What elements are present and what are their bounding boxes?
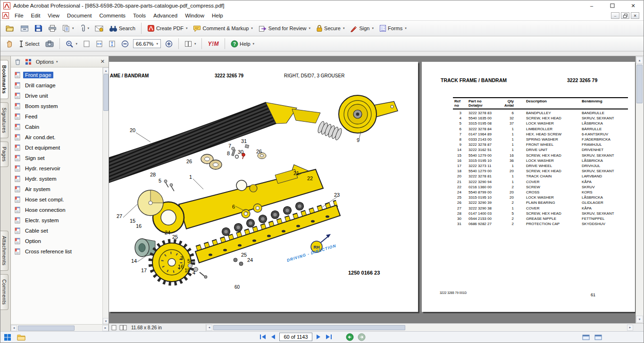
menu-tools[interactable]: Tools [129,12,150,19]
tab-pages[interactable]: Pages [0,142,8,167]
scroll-left-icon[interactable]: ◄ [11,325,17,331]
menu-document[interactable]: Document [63,12,95,19]
previous-page-icon[interactable] [270,334,276,340]
bookmark-item[interactable]: Cross reference list [14,246,109,257]
bookmark-item[interactable]: Feed [14,111,109,122]
bookmarks-horizontal-scrollbar[interactable]: ◄ ► [11,324,109,331]
bookmark-item[interactable]: Hydr. reservoir [14,163,109,174]
zoom-level-combo[interactable]: 66.67%▾ [133,39,161,48]
copy-pages-button[interactable]: ▾ [60,23,76,33]
maximize-icon[interactable] [602,0,623,11]
messenger-button[interactable]: Y!M [205,39,221,49]
search-button[interactable]: Search [107,24,138,33]
scroll-right-icon[interactable]: ► [102,325,109,331]
page-number-input[interactable] [279,333,312,341]
bookmark-item[interactable]: Drill carriage [14,80,109,91]
doc-minimize-icon[interactable]: – [611,12,619,19]
scroll-left-icon[interactable]: ◄ [206,325,212,331]
options-menu-button[interactable]: Options▾ [36,59,58,65]
comment-markup-button[interactable]: Comment & Markup▾ [191,24,255,33]
two-page-icon[interactable] [119,325,127,331]
snapshot-button[interactable] [43,39,56,49]
bookmark-item[interactable]: Hose set compl. [14,194,109,205]
scrollbar-thumb[interactable] [213,325,405,330]
bookmark-item[interactable]: Front page [14,70,109,80]
open-button[interactable] [3,23,17,33]
first-page-icon[interactable] [259,334,267,340]
zoom-out-button[interactable] [119,39,131,49]
taskbar-window-icon[interactable] [582,334,590,341]
tab-bookmarks[interactable]: Bookmarks [0,60,8,99]
page-layout-button[interactable]: ▾ [182,39,199,49]
tab-signatures[interactable]: Signatures [0,102,8,138]
bookmark-item[interactable]: Hose connection [14,205,109,215]
scroll-right-icon[interactable]: ► [627,325,633,331]
save-button[interactable] [32,23,45,33]
help-button[interactable]: ?Help▾ [228,39,257,49]
menu-comments[interactable]: Comments [96,12,130,19]
menu-edit[interactable]: Edit [27,12,44,19]
windows-start-icon[interactable] [4,334,11,341]
bookmark-item[interactable]: Sign set [14,153,109,163]
bookmark-item[interactable]: Boom system [14,101,109,111]
scroll-down-icon[interactable]: ▼ [636,316,643,323]
print-button[interactable] [46,23,59,33]
hand-tool-button[interactable] [3,38,16,49]
delete-bookmark-button[interactable] [15,59,21,65]
next-view-icon[interactable] [358,333,366,341]
doc-close-icon[interactable]: ✕ [631,12,639,19]
document-vertical-scrollbar[interactable]: ▲ ▼ [636,56,644,323]
tab-attachments[interactable]: Attachments [0,231,8,271]
next-page-icon[interactable] [315,334,322,340]
file-explorer-icon[interactable] [17,334,25,341]
bookmark-item[interactable]: Drive unit [14,91,109,101]
document-horizontal-scrollbar[interactable]: ◄ ► [206,324,633,331]
zoom-in-button[interactable] [163,39,175,49]
create-pdf-button[interactable]: Create PDF▾ [145,23,190,33]
menu-file[interactable]: File [11,12,27,19]
scroll-down-icon[interactable]: ▼ [103,318,109,324]
scrollbar-thumb[interactable] [103,74,109,111]
menu-advanced[interactable]: Advanced [150,12,181,19]
organizer-button[interactable] [18,23,31,33]
document-canvas[interactable]: RH DRIVING - DIRECTION AME / BANDRAM 322… [109,56,636,323]
forms-button[interactable]: Forms▾ [377,23,409,33]
select-tool-button[interactable]: Select [17,39,42,49]
actual-size-button[interactable] [81,39,92,49]
fit-width-button[interactable] [93,39,105,49]
menu-view[interactable]: View [44,12,63,19]
tab-comments[interactable]: Comments [0,274,8,310]
scrollbar-thumb[interactable] [18,326,75,331]
last-page-icon[interactable] [325,334,333,340]
scroll-up-icon[interactable]: ▲ [103,67,109,74]
scrollbar-thumb[interactable] [636,65,643,103]
menu-help[interactable]: Help [208,12,227,19]
fit-page-button[interactable] [106,39,118,49]
close-icon[interactable]: ✕ [623,0,644,11]
close-panel-icon[interactable]: ✕ [100,59,105,65]
page-size-icon[interactable] [111,325,117,331]
send-for-review-button[interactable]: Send for Review▾ [256,24,313,33]
bookmark-item[interactable]: Cable set [14,226,109,236]
menu-window[interactable]: Window [181,12,208,19]
bookmark-view-button[interactable] [25,59,32,65]
bookmark-item[interactable]: Air cond.det. [14,132,109,142]
bookmark-item[interactable]: Cabin [14,122,109,132]
doc-restore-icon[interactable] [621,12,629,19]
bookmark-item[interactable]: Hydr. system [14,174,109,184]
sign-button[interactable]: Sign▾ [348,23,376,33]
bookmarks-vertical-scrollbar[interactable]: ▲ ▼ [102,67,109,324]
toolbar-separator [59,38,60,49]
previous-view-icon[interactable] [346,333,354,341]
scroll-up-icon[interactable]: ▲ [636,57,643,64]
secure-button[interactable]: Secure▾ [314,23,347,33]
attach-button[interactable]: ▾ [77,23,92,33]
bookmark-item[interactable]: Air system [14,184,109,194]
bookmark-item[interactable]: Option [14,236,109,246]
zoom-tool-button[interactable]: ▾ [63,39,80,49]
minimize-icon[interactable]: – [581,0,602,11]
email-button[interactable] [92,24,106,33]
taskbar-window-icon[interactable] [594,334,602,341]
bookmark-item[interactable]: Electr. system [14,215,109,226]
bookmark-item[interactable]: Dct equipment [14,142,109,153]
